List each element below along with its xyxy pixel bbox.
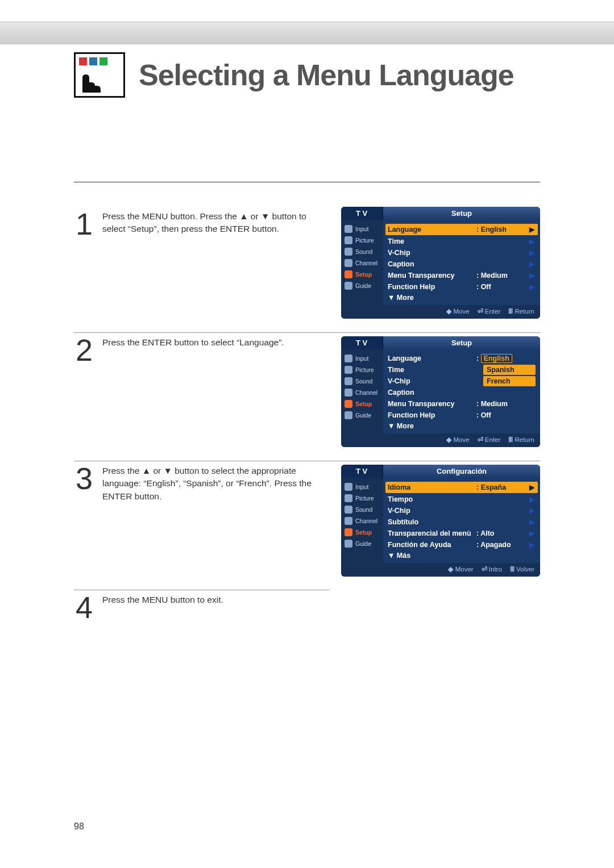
chevron-right-icon: ▶	[528, 283, 536, 291]
language-value-highlight: English	[481, 354, 512, 363]
manual-section-icon	[74, 52, 125, 98]
sidebar-item-guide[interactable]: Guide	[355, 282, 371, 289]
menu-item-caption[interactable]: Caption	[388, 387, 536, 398]
sidebar-item-picture[interactable]: Picture	[355, 495, 374, 502]
step-number: 3	[74, 465, 94, 493]
sidebar-item-setup[interactable]: Setup	[355, 271, 372, 278]
divider	[74, 182, 540, 182]
chevron-right-icon: ▶	[528, 529, 536, 537]
hint-move: ◆ Mover	[448, 565, 473, 573]
hint-return: Ⅲ Volver	[510, 565, 534, 573]
menu-item-time[interactable]: TimeSpanish	[388, 364, 536, 375]
page-number: 98	[74, 821, 84, 832]
hint-enter: ⏎ Enter	[478, 307, 501, 315]
step-text: Press the ENTER button to select “Langua…	[102, 336, 284, 349]
option-spanish[interactable]: Spanish	[483, 365, 536, 375]
chevron-right-icon: ▶	[528, 541, 536, 549]
menu-item-caption[interactable]: Caption▶	[388, 258, 536, 270]
sidebar-item-input[interactable]: Input	[355, 226, 368, 232]
osd-footer: ◆ Mover ⏎ Intro Ⅲ Volver	[341, 563, 540, 577]
sidebar-item-picture[interactable]: Picture	[355, 237, 374, 244]
step-text: Press the MENU button to exit.	[102, 594, 223, 606]
menu-more[interactable]: ▼ More	[388, 421, 536, 432]
osd-title: Setup	[383, 336, 540, 349]
sidebar-item-guide[interactable]: Guide	[355, 412, 371, 419]
menu-item-transparency[interactable]: Transparencial del menù: Alto▶	[388, 528, 536, 539]
menu-more[interactable]: ▼ Más	[388, 550, 536, 562]
sidebar-item-channel[interactable]: Channel	[355, 518, 377, 524]
menu-item-language[interactable]: Idioma : España ▶	[385, 482, 538, 493]
osd-title: Configuración	[383, 465, 540, 478]
osd-title: Setup	[383, 207, 540, 220]
hint-move: ◆ Move	[446, 307, 469, 315]
sidebar-item-input[interactable]: Input	[355, 355, 368, 362]
step-text: Press the MENU button. Press the ▲ or ▼ …	[102, 210, 318, 236]
menu-item-time[interactable]: Tiempo▶	[388, 494, 536, 505]
step-number: 1	[74, 210, 94, 238]
menu-more[interactable]: ▼ More	[388, 293, 536, 304]
chevron-right-icon: ▶	[528, 226, 536, 233]
chevron-right-icon: ▶	[528, 495, 536, 503]
sidebar-item-picture[interactable]: Picture	[355, 366, 374, 373]
sidebar-item-setup[interactable]: Setup	[355, 400, 372, 407]
step-number: 4	[74, 594, 94, 621]
menu-item-language[interactable]: Language : English	[388, 353, 536, 364]
hint-move: ◆ Move	[446, 436, 469, 444]
osd-sidebar: Input Picture Sound Channel Setup Guide	[341, 478, 383, 563]
sidebar-item-setup[interactable]: Setup	[355, 529, 372, 536]
osd-tv-label: T V	[341, 336, 383, 349]
menu-item-help[interactable]: Function Help: Off▶	[388, 281, 536, 293]
menu-item-help[interactable]: Functión de Ayuda: Apagado▶	[388, 539, 536, 550]
osd-tv-label: T V	[341, 465, 383, 478]
osd-panel-1: T V Setup Input Picture Sound Channel Se…	[341, 207, 540, 319]
hint-return: Ⅲ Return	[508, 436, 534, 444]
sidebar-item-sound[interactable]: Sound	[355, 378, 372, 385]
menu-item-time[interactable]: Time▶	[388, 236, 536, 247]
menu-item-language[interactable]: Language : English ▶	[385, 224, 538, 235]
osd-panel-2: T V Setup Input Picture Sound Channel Se…	[341, 336, 540, 447]
chevron-right-icon: ▶	[528, 260, 536, 268]
header-band	[0, 22, 614, 44]
sidebar-item-sound[interactable]: Sound	[355, 506, 372, 513]
menu-item-caption[interactable]: Subtítulo▶	[388, 516, 536, 528]
menu-item-vchip[interactable]: V-ChipFrench	[388, 375, 536, 387]
step-number: 2	[74, 336, 94, 364]
chevron-right-icon: ▶	[528, 507, 536, 515]
sidebar-item-sound[interactable]: Sound	[355, 248, 372, 255]
sidebar-item-guide[interactable]: Guide	[355, 540, 371, 547]
chevron-right-icon: ▶	[528, 483, 536, 491]
menu-item-transparency[interactable]: Menu Transparency: Medium	[388, 398, 536, 410]
chevron-right-icon: ▶	[528, 237, 536, 245]
menu-item-vchip[interactable]: V-Chip▶	[388, 247, 536, 258]
menu-item-transparency[interactable]: Menu Transparency: Medium▶	[388, 270, 536, 281]
menu-item-vchip[interactable]: V-Chip▶	[388, 505, 536, 516]
sidebar-item-channel[interactable]: Channel	[355, 389, 377, 396]
chevron-right-icon: ▶	[528, 249, 536, 257]
osd-footer: ◆ Move ⏎ Enter Ⅲ Return	[341, 433, 540, 447]
osd-panel-3: T V Configuración Input Picture Sound Ch…	[341, 465, 540, 577]
option-french[interactable]: French	[483, 376, 536, 386]
hand-pointer-icon	[79, 70, 105, 93]
hint-return: Ⅲ Return	[508, 307, 534, 315]
chevron-right-icon: ▶	[528, 518, 536, 526]
sidebar-item-channel[interactable]: Channel	[355, 260, 377, 266]
osd-tv-label: T V	[341, 207, 383, 220]
title-row: Selecting a Menu Language	[74, 52, 514, 98]
page-title: Selecting a Menu Language	[139, 58, 514, 92]
chevron-right-icon: ▶	[528, 272, 536, 279]
hint-enter: ⏎ Intro	[482, 565, 502, 573]
menu-item-help[interactable]: Function Help: Off	[388, 410, 536, 421]
hint-enter: ⏎ Enter	[478, 436, 501, 444]
sidebar-item-input[interactable]: Input	[355, 483, 368, 490]
step-text: Press the ▲ or ▼ button to select the ap…	[102, 465, 318, 503]
osd-footer: ◆ Move ⏎ Enter Ⅲ Return	[341, 305, 540, 319]
osd-sidebar: Input Picture Sound Channel Setup Guide	[341, 220, 383, 305]
osd-sidebar: Input Picture Sound Channel Setup Guide	[341, 349, 383, 433]
